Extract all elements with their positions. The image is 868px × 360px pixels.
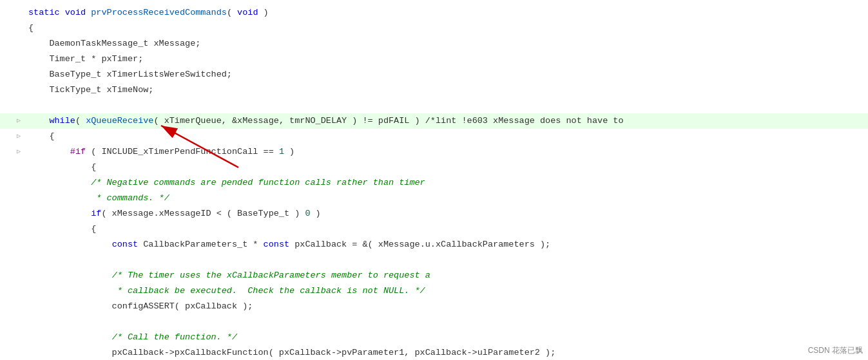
line-text: { (23, 21, 868, 36)
line-text: { (23, 129, 868, 144)
line-text: * callback be executed. Check the callba… (23, 283, 868, 299)
line-fold-icon (14, 314, 23, 330)
line-text: #if ( INCLUDE_xTimerPendFunctionCall == … (23, 144, 868, 160)
line-fold-icon (14, 252, 23, 268)
code-line: * commands. */ (0, 191, 868, 206)
line-text: DaemonTaskMessage_t xMessage; (23, 36, 868, 52)
code-line: static void prvProcessReceivedCommands( … (0, 5, 868, 21)
code-line: Timer_t * pxTimer; (0, 52, 868, 67)
line-gutter (0, 82, 14, 98)
code-line: configASSERT( pxCallback ); (0, 299, 868, 314)
code-line (0, 252, 868, 268)
line-fold-icon (14, 5, 23, 21)
code-line: { (0, 160, 868, 175)
code-line: ▷ #if ( INCLUDE_xTimerPendFunctionCall =… (0, 144, 868, 160)
code-line: * callback be executed. Check the callba… (0, 283, 868, 299)
line-text: TickType_t xTimeNow; (23, 82, 868, 98)
line-gutter (0, 36, 14, 52)
line-text: * commands. */ (23, 191, 868, 206)
line-fold-icon (14, 330, 23, 345)
line-text: { (23, 222, 868, 237)
line-text: /* Negative commands are pended function… (23, 175, 868, 191)
line-gutter (0, 113, 14, 129)
code-line: { (0, 21, 868, 36)
line-text: { (23, 160, 868, 175)
line-gutter (0, 191, 14, 206)
line-text: if( xMessage.xMessageID < ( BaseType_t )… (23, 206, 868, 222)
line-gutter (0, 175, 14, 191)
line-gutter (0, 268, 14, 283)
line-text: static void prvProcessReceivedCommands( … (23, 5, 868, 21)
line-fold-icon: ▷ (14, 113, 23, 129)
watermark-label: CSDN 花落已飘 (808, 345, 863, 356)
line-gutter (0, 5, 14, 21)
code-line: ▷ while( xQueueReceive( xTimerQueue, &xM… (0, 113, 868, 129)
line-gutter (0, 52, 14, 67)
line-gutter (0, 206, 14, 222)
line-fold-icon (14, 268, 23, 283)
line-text: BaseType_t xTimerListsWereSwitched; (23, 67, 868, 82)
code-line: TickType_t xTimeNow; (0, 82, 868, 98)
line-text: /* Call the function. */ (23, 330, 868, 345)
line-gutter (0, 252, 14, 268)
code-line (0, 98, 868, 113)
code-line: /* The timer uses the xCallbackParameter… (0, 268, 868, 283)
line-fold-icon (14, 175, 23, 191)
line-fold-icon: ▷ (14, 144, 23, 160)
line-fold-icon (14, 98, 23, 113)
line-gutter (0, 67, 14, 82)
code-line: { (0, 222, 868, 237)
line-fold-icon (14, 52, 23, 67)
line-fold-icon (14, 67, 23, 82)
line-gutter (0, 222, 14, 237)
line-text: while( xQueueReceive( xTimerQueue, &xMes… (23, 113, 868, 129)
code-line: BaseType_t xTimerListsWereSwitched; (0, 67, 868, 82)
line-text: configASSERT( pxCallback ); (23, 299, 868, 314)
line-text: const CallbackParameters_t * const pxCal… (23, 237, 868, 252)
line-text: pxCallback->pxCallbackFunction( pxCallba… (23, 345, 868, 360)
line-fold-icon (14, 36, 23, 52)
line-gutter (0, 98, 14, 113)
line-gutter (0, 283, 14, 299)
line-fold-icon (14, 21, 23, 36)
line-gutter (0, 345, 14, 360)
line-gutter (0, 330, 14, 345)
line-text (23, 98, 868, 113)
code-line: pxCallback->pxCallbackFunction( pxCallba… (0, 345, 868, 360)
line-fold-icon (14, 206, 23, 222)
code-line: ▷ { (0, 129, 868, 144)
line-gutter (0, 129, 14, 144)
line-fold-icon (14, 283, 23, 299)
code-line (0, 314, 868, 330)
code-line: if( xMessage.xMessageID < ( BaseType_t )… (0, 206, 868, 222)
line-fold-icon (14, 222, 23, 237)
line-fold-icon (14, 299, 23, 314)
line-fold-icon (14, 191, 23, 206)
code-line: /* Negative commands are pended function… (0, 175, 868, 191)
code-line: /* Call the function. */ (0, 330, 868, 345)
code-line: DaemonTaskMessage_t xMessage; (0, 36, 868, 52)
line-fold-icon (14, 345, 23, 360)
line-gutter (0, 237, 14, 252)
line-fold-icon (14, 160, 23, 175)
line-text (23, 314, 868, 330)
line-fold-icon (14, 82, 23, 98)
line-text: Timer_t * pxTimer; (23, 52, 868, 67)
line-text (23, 252, 868, 268)
line-fold-icon: ▷ (14, 129, 23, 144)
line-gutter (0, 144, 14, 160)
line-text: /* The timer uses the xCallbackParameter… (23, 268, 868, 283)
line-fold-icon (14, 237, 23, 252)
line-gutter (0, 160, 14, 175)
code-editor: static void prvProcessReceivedCommands( … (0, 0, 868, 360)
code-line: const CallbackParameters_t * const pxCal… (0, 237, 868, 252)
line-gutter (0, 299, 14, 314)
line-gutter (0, 21, 14, 36)
line-gutter (0, 314, 14, 330)
